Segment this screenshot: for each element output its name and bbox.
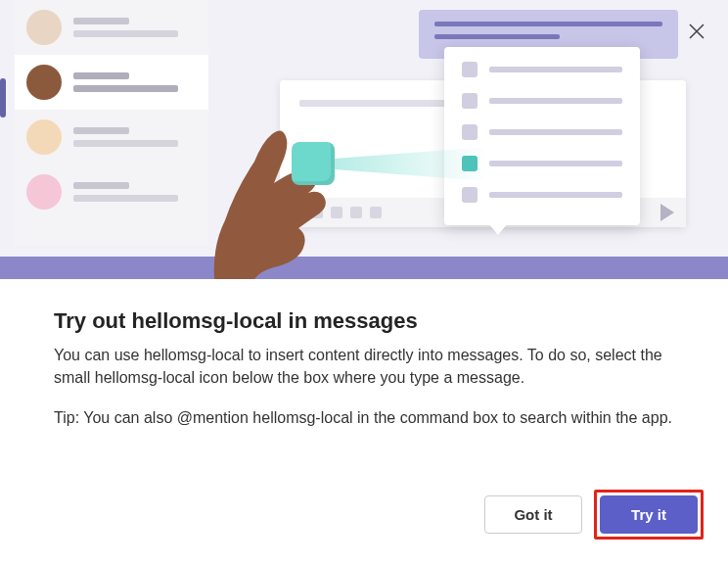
avatar-icon <box>26 65 62 100</box>
dialog-body-1: You can use hellomsg-local to insert con… <box>54 344 674 389</box>
sidebar-active-indicator <box>0 78 6 118</box>
close-button[interactable] <box>685 20 708 43</box>
illustration-app-icon <box>292 142 335 185</box>
dialog-button-row: Got it Try it <box>484 490 704 540</box>
dialog-title: Try out hellomsg-local in messages <box>54 308 674 334</box>
dialog-body-2: Tip: You can also @mention hellomsg-loca… <box>54 406 674 429</box>
avatar-icon <box>26 119 62 155</box>
illustration-suggestion-popup <box>444 47 640 225</box>
avatar-icon <box>26 10 62 45</box>
dialog-illustration <box>0 0 728 279</box>
sidebar-contact-item <box>15 0 208 55</box>
close-icon <box>685 20 708 43</box>
try-it-highlight: Try it <box>594 490 704 540</box>
illustration-hand <box>157 93 391 279</box>
send-icon <box>660 204 674 221</box>
app-intro-dialog: Try out hellomsg-local in messages You c… <box>0 0 728 564</box>
avatar-icon <box>26 174 62 210</box>
got-it-button[interactable]: Got it <box>484 495 582 534</box>
try-it-button[interactable]: Try it <box>600 495 698 534</box>
